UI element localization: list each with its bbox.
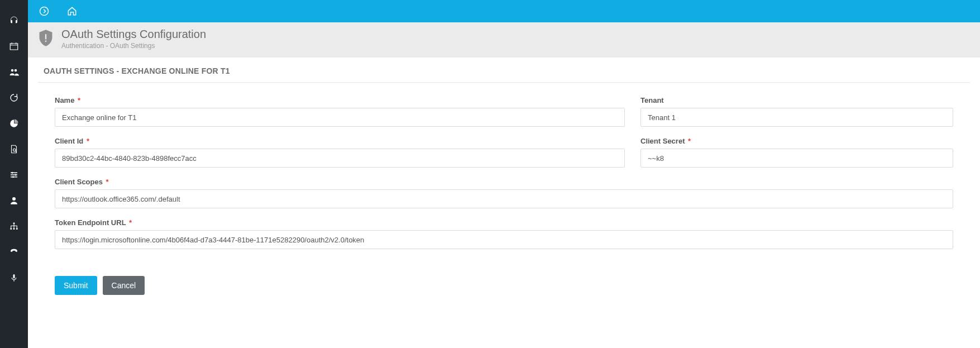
sliders-icon	[9, 170, 19, 180]
home-icon	[66, 6, 78, 17]
sidebar-item-refresh[interactable]	[0, 85, 28, 111]
sidebar-item-calendar[interactable]	[0, 34, 28, 59]
arrow-circle-icon	[39, 6, 50, 17]
svg-point-4	[12, 197, 16, 201]
svg-point-5	[13, 222, 15, 224]
svg-rect-12	[45, 40, 46, 41]
sidebar-item-user[interactable]	[0, 188, 28, 213]
svg-point-0	[13, 149, 16, 151]
headset-icon	[9, 16, 19, 26]
token-endpoint-input[interactable]	[55, 230, 953, 249]
calendar-icon	[9, 41, 19, 51]
shield-alert-icon	[38, 29, 54, 49]
svg-point-10	[40, 7, 49, 16]
org-chart-icon	[9, 221, 19, 231]
sidebar-item-mic[interactable]	[0, 265, 28, 290]
tenant-label: Tenant	[640, 96, 953, 104]
submit-button[interactable]: Submit	[55, 276, 97, 295]
sidebar-item-settings[interactable]	[0, 162, 28, 188]
sidebar-item-search-doc[interactable]	[0, 136, 28, 162]
client-id-label: Client Id *	[55, 137, 625, 145]
svg-point-1	[12, 172, 13, 174]
oauth-settings-panel: OAUTH SETTINGS - EXCHANGE ONLINE FOR T1 …	[38, 58, 970, 311]
nav-forward-button[interactable]	[38, 5, 50, 17]
name-input[interactable]	[55, 108, 625, 127]
cancel-button[interactable]: Cancel	[103, 276, 145, 295]
page-title: OAuth Settings Configuration	[61, 28, 206, 41]
phone-icon	[9, 247, 19, 257]
name-label: Name *	[55, 96, 625, 104]
nav-home-button[interactable]	[66, 5, 78, 17]
svg-point-2	[15, 174, 17, 176]
tenant-input[interactable]	[640, 108, 953, 127]
section-heading: OAUTH SETTINGS - EXCHANGE ONLINE FOR T1	[38, 58, 970, 83]
page-header: OAuth Settings Configuration Authenticat…	[28, 22, 980, 58]
svg-point-3	[12, 176, 14, 178]
svg-rect-11	[45, 34, 46, 39]
sidebar	[0, 0, 28, 348]
svg-point-7	[13, 228, 15, 230]
token-endpoint-label: Token Endpoint URL *	[55, 218, 953, 227]
sidebar-item-users[interactable]	[0, 59, 28, 85]
user-icon	[9, 196, 19, 206]
mic-icon	[9, 273, 19, 283]
svg-point-8	[16, 228, 18, 230]
breadcrumb: Authentication - OAuth Settings	[61, 42, 206, 50]
sidebar-item-org[interactable]	[0, 213, 28, 239]
client-secret-label: Client Secret *	[640, 137, 953, 145]
sidebar-item-agent[interactable]	[0, 8, 28, 34]
users-icon	[9, 67, 19, 77]
topbar	[28, 0, 980, 22]
sidebar-item-phone[interactable]	[0, 239, 28, 265]
refresh-icon	[9, 93, 19, 103]
client-scopes-label: Client Scopes *	[55, 178, 953, 186]
svg-point-6	[10, 228, 12, 230]
document-search-icon	[9, 144, 19, 154]
client-id-input[interactable]	[55, 149, 625, 168]
client-secret-input[interactable]	[640, 149, 953, 168]
client-scopes-input[interactable]	[55, 189, 953, 208]
sidebar-item-pie[interactable]	[0, 111, 28, 136]
svg-rect-9	[13, 274, 15, 279]
pie-chart-icon	[9, 118, 19, 128]
